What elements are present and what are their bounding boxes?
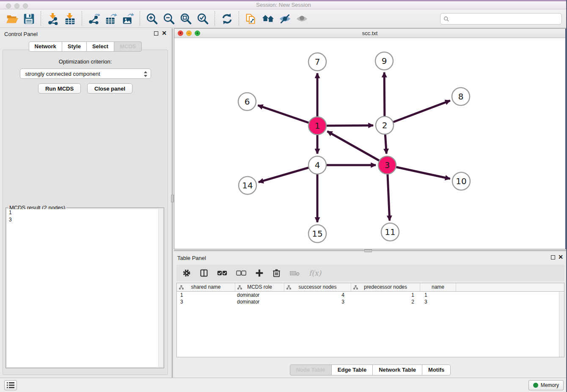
column-header-mcds-role[interactable]: MCDS role <box>235 283 284 291</box>
splitter-grip[interactable] <box>171 195 174 202</box>
delete-table-button[interactable] <box>289 270 300 276</box>
table-scrollbar[interactable] <box>559 292 564 357</box>
criterion-select[interactable]: strongly connected component <box>20 69 151 79</box>
graph-node-label: 4 <box>315 160 320 170</box>
graph-edge-2-8[interactable] <box>385 101 450 125</box>
toolbar-separator <box>41 11 41 26</box>
export-image-button[interactable] <box>119 11 136 27</box>
memory-status-icon <box>533 383 538 388</box>
graph-edge-1-6[interactable] <box>258 105 317 126</box>
mcds-result-list[interactable]: 1 3 <box>7 209 163 367</box>
apply-layout-button[interactable] <box>218 11 235 27</box>
close-window-icon[interactable] <box>6 3 11 8</box>
table-row[interactable]: 1 dominator 4 1 1 <box>177 292 564 298</box>
save-session-button[interactable] <box>20 11 37 27</box>
zoom-in-button[interactable] <box>143 11 160 27</box>
list-icon <box>7 382 14 388</box>
import-network-button[interactable] <box>44 11 61 27</box>
table-panel: Table Panel ✕ <box>174 252 567 378</box>
maximize-view-icon[interactable]: + <box>195 30 200 36</box>
zoom-fit-button[interactable] <box>177 11 194 27</box>
network-window-titlebar[interactable]: × − + scc.txt <box>174 29 565 38</box>
graph-node-label: 2 <box>382 120 388 130</box>
search-icon <box>443 16 449 22</box>
create-column-button[interactable] <box>255 269 264 277</box>
list-item[interactable]: 1 <box>7 209 163 216</box>
function-builder-button[interactable]: f(x) <box>309 269 321 277</box>
table-row[interactable]: 3 dominator 3 2 3 <box>177 298 564 305</box>
node-table[interactable]: shared name MCDS role <box>176 283 564 357</box>
column-header-name[interactable]: name <box>420 283 456 291</box>
graph: 1234678910111415 <box>174 38 565 248</box>
task-history-button[interactable] <box>4 380 17 390</box>
tab-mcds[interactable]: MCDS <box>114 41 142 52</box>
tab-motifs[interactable]: Motifs <box>422 364 451 375</box>
main-toolbar <box>0 10 567 28</box>
column-type-icon <box>353 285 358 290</box>
minimize-view-icon[interactable]: − <box>186 30 192 36</box>
minimize-window-icon[interactable] <box>14 3 19 8</box>
export-table-button[interactable] <box>102 11 119 27</box>
close-view-icon[interactable]: × <box>178 30 183 36</box>
export-network-button[interactable] <box>85 11 102 27</box>
open-session-button[interactable] <box>3 11 20 27</box>
column-header-successor-nodes[interactable]: successor nodes <box>284 283 351 291</box>
float-panel-icon[interactable] <box>154 31 158 36</box>
table-tabs: Node Table Edge Table Network Table Moti… <box>174 364 567 375</box>
hide-selected-button[interactable] <box>276 11 293 27</box>
graph-edge-3-1[interactable] <box>328 131 387 165</box>
vertical-splitter[interactable] <box>171 28 174 378</box>
unchecked-boxes-icon <box>236 270 246 276</box>
deselect-all-button[interactable] <box>236 270 246 276</box>
select-all-button[interactable] <box>217 270 227 276</box>
optimization-criterion-label: Optimization criterion: <box>3 58 168 65</box>
network-canvas[interactable]: 1234678910111415 <box>174 38 565 248</box>
close-panel-icon[interactable]: ✕ <box>558 254 563 260</box>
import-network-icon <box>47 13 59 25</box>
splitter-grip[interactable] <box>364 249 372 252</box>
float-panel-icon[interactable] <box>551 255 555 259</box>
memory-button[interactable]: Memory <box>528 380 564 390</box>
toolbar-separator <box>82 11 82 26</box>
import-table-button[interactable] <box>61 11 78 27</box>
search-input[interactable] <box>449 16 561 22</box>
tab-select[interactable]: Select <box>86 41 114 52</box>
maximize-window-icon[interactable] <box>23 3 28 8</box>
close-panel-button[interactable]: Close panel <box>87 83 132 94</box>
mcds-panel: Optimization criterion: strongly connect… <box>3 50 168 375</box>
graph-edge-3-10[interactable] <box>387 165 450 179</box>
tab-edge-table[interactable]: Edge Table <box>331 364 373 375</box>
zoom-selected-icon <box>197 13 209 25</box>
graph-node-label: 14 <box>242 180 253 190</box>
horizontal-splitter[interactable] <box>174 249 567 252</box>
zoom-out-button[interactable] <box>160 11 177 27</box>
tab-network-table[interactable]: Network Table <box>372 364 422 375</box>
tab-network[interactable]: Network <box>29 41 62 52</box>
run-mcds-button[interactable]: Run MCDS <box>38 83 81 94</box>
tab-style[interactable]: Style <box>62 41 87 52</box>
app-titlebar: Session: New Session <box>0 0 567 9</box>
graph-node-label: 10 <box>456 176 466 186</box>
show-all-button[interactable] <box>293 11 310 27</box>
result-scrollbar[interactable] <box>158 209 163 367</box>
control-panel-title: Control Panel <box>4 31 38 37</box>
graph-node-label: 8 <box>458 91 464 102</box>
tab-node-table[interactable]: Node Table <box>290 364 332 375</box>
table-settings-button[interactable] <box>182 269 191 277</box>
list-item[interactable]: 3 <box>7 216 163 224</box>
split-panel-button[interactable] <box>200 269 208 277</box>
application-window: Session: New Session <box>0 0 567 392</box>
search-field[interactable] <box>440 13 562 25</box>
column-header-predecessor-nodes[interactable]: predecessor nodes <box>351 283 420 291</box>
close-panel-icon[interactable]: ✕ <box>162 30 167 36</box>
toolbar-separator <box>239 11 239 26</box>
new-network-from-selection-button[interactable] <box>242 11 259 27</box>
status-bar: Memory <box>0 378 567 392</box>
column-header-shared-name[interactable]: shared name <box>177 283 235 291</box>
first-neighbors-button[interactable] <box>259 11 276 27</box>
delete-column-button[interactable] <box>272 269 281 277</box>
graph-node-label: 1 <box>315 121 320 131</box>
graph-node-label: 11 <box>385 227 395 237</box>
graph-node-label: 7 <box>315 57 320 67</box>
zoom-selected-button[interactable] <box>194 11 211 27</box>
